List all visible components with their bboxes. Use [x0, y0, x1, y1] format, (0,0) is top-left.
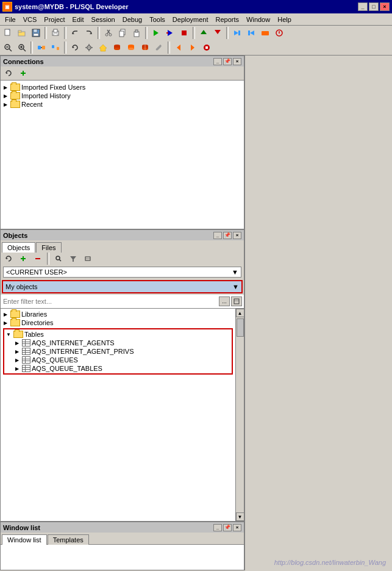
arrow-left-button[interactable]: [172, 41, 185, 54]
disconnect-button[interactable]: [49, 41, 62, 54]
wl-pin-btn[interactable]: 📌: [223, 524, 232, 531]
menu-session[interactable]: Session: [88, 13, 119, 25]
tree-item-directories[interactable]: ▶ Directories: [2, 318, 234, 327]
run-button[interactable]: [149, 27, 163, 39]
refresh-button[interactable]: [68, 41, 82, 54]
extra2-button[interactable]: [273, 27, 286, 39]
expand-arrow[interactable]: ▶: [13, 365, 21, 372]
paste-button[interactable]: [130, 27, 143, 39]
menu-window[interactable]: Window: [243, 13, 274, 25]
db-icon2[interactable]: [124, 41, 138, 54]
extra1-button[interactable]: [258, 27, 272, 39]
menu-edit[interactable]: Edit: [69, 13, 88, 25]
zoom-out-button[interactable]: [1, 41, 15, 54]
back-button[interactable]: [244, 27, 258, 39]
connections-pin-btn[interactable]: 📌: [223, 58, 232, 65]
settings-button[interactable]: [82, 41, 96, 54]
forward-button[interactable]: [230, 27, 244, 39]
expand-arrow[interactable]: ▶: [13, 348, 21, 355]
scroll-up-btn[interactable]: ▲: [236, 309, 244, 317]
redo-button[interactable]: [82, 27, 96, 39]
copy-button[interactable]: [116, 27, 129, 39]
tab-templates[interactable]: Templates: [48, 534, 89, 545]
obj-minus-btn[interactable]: [31, 253, 45, 265]
objects-panel-controls[interactable]: _ 📌 ×: [213, 232, 241, 239]
objects-pin-btn[interactable]: 📌: [223, 232, 232, 239]
obj-add-btn[interactable]: [16, 253, 30, 265]
expand-arrow[interactable]: ▶: [2, 101, 9, 108]
obj-config-btn[interactable]: [81, 253, 94, 265]
db-icon1[interactable]: [110, 41, 124, 54]
commit-button[interactable]: [197, 27, 210, 39]
myobjects-dropdown-arrow[interactable]: ▼: [232, 283, 239, 290]
expand-arrow[interactable]: ▶: [2, 84, 9, 91]
save-button[interactable]: [29, 27, 43, 39]
connections-panel-controls[interactable]: _ 📌 ×: [213, 58, 241, 65]
obj-filter-btn[interactable]: [66, 253, 80, 265]
tree-item-tables[interactable]: ▼ Tables: [5, 330, 231, 339]
objects-close-btn[interactable]: ×: [233, 232, 241, 239]
tab-objects[interactable]: Objects: [2, 242, 35, 253]
conn-refresh-btn[interactable]: [2, 67, 15, 79]
expand-arrow[interactable]: ▶: [2, 311, 9, 318]
new-button[interactable]: [1, 27, 15, 39]
home-button[interactable]: [96, 41, 110, 54]
tree-item-aqs-queues[interactable]: ▶ AQS_QUEUES: [5, 356, 231, 364]
conn-add-btn[interactable]: [16, 67, 30, 79]
tree-item-imported-fixed[interactable]: ▶ Imported Fixed Users: [2, 83, 243, 92]
menu-debug[interactable]: Debug: [119, 13, 146, 25]
tree-item-aqs-queue-tables[interactable]: ▶ AQS_QUEUE_TABLES: [5, 364, 231, 373]
cut-button[interactable]: [102, 27, 115, 39]
tree-item-aqs-internet-agent-privs[interactable]: ▶ AQS_INTERNET_AGENT_PRIVS: [5, 347, 231, 356]
arrow-right-button[interactable]: [186, 41, 199, 54]
tab-windowlist[interactable]: Window list: [2, 534, 47, 545]
window-controls[interactable]: _ □ ×: [358, 2, 390, 11]
menu-file[interactable]: File: [1, 13, 20, 25]
menu-reports[interactable]: Reports: [212, 13, 243, 25]
connect-button[interactable]: [35, 41, 48, 54]
rollback-button[interactable]: [211, 27, 224, 39]
expand-arrow[interactable]: ▶: [13, 339, 21, 347]
expand-arrow[interactable]: ▶: [2, 92, 9, 99]
tree-item-imported-history[interactable]: ▶ Imported History: [2, 92, 243, 100]
undo-button[interactable]: [68, 27, 82, 39]
user-dropdown[interactable]: <CURRENT USER> ▼: [3, 267, 241, 278]
debug-button[interactable]: [163, 27, 177, 39]
vertical-scrollbar[interactable]: ▲ ▼: [235, 309, 244, 521]
wl-close-btn[interactable]: ×: [233, 524, 241, 531]
menu-help[interactable]: Help: [274, 13, 295, 25]
print-button[interactable]: [49, 27, 62, 39]
wl-minimize-btn[interactable]: _: [213, 524, 222, 531]
connections-close-btn[interactable]: ×: [233, 58, 241, 65]
windowlist-panel-controls[interactable]: _ 📌 ×: [213, 524, 241, 531]
filter-dots-btn[interactable]: ...: [219, 296, 230, 306]
obj-refresh-btn[interactable]: [2, 253, 15, 265]
filter-input[interactable]: [2, 298, 218, 305]
tab-files[interactable]: Files: [36, 242, 61, 253]
tree-item-recent[interactable]: ▶ Recent: [2, 100, 243, 109]
zoom-in-button[interactable]: [15, 41, 29, 54]
connections-minimize-btn[interactable]: _: [213, 58, 222, 65]
stop-button[interactable]: [177, 27, 191, 39]
obj-search-btn[interactable]: [52, 253, 65, 265]
expand-arrow[interactable]: ▶: [2, 319, 9, 326]
wrench-button[interactable]: [152, 41, 166, 54]
open-button[interactable]: [15, 27, 29, 39]
maximize-button[interactable]: □: [369, 2, 379, 11]
scroll-thumb[interactable]: [237, 318, 244, 337]
minimize-button[interactable]: _: [358, 2, 368, 11]
filter-apply-btn[interactable]: [231, 296, 242, 306]
expand-arrow[interactable]: ▼: [5, 331, 12, 338]
menu-project[interactable]: Project: [40, 13, 68, 25]
scroll-down-btn[interactable]: ▼: [236, 512, 244, 521]
tree-item-aqs-internet-agents[interactable]: ▶ AQS_INTERNET_AGENTS: [5, 339, 231, 347]
expand-arrow[interactable]: ▶: [13, 356, 21, 364]
objects-minimize-btn[interactable]: _: [213, 232, 222, 239]
tree-item-libraries[interactable]: ▶ Libraries: [2, 310, 234, 318]
menu-vcs[interactable]: VCS: [20, 13, 41, 25]
db-icon3[interactable]: [138, 41, 152, 54]
menu-deployment[interactable]: Deployment: [169, 13, 212, 25]
menu-tools[interactable]: Tools: [146, 13, 169, 25]
red-stop-button[interactable]: [200, 41, 213, 54]
close-button[interactable]: ×: [380, 2, 390, 11]
